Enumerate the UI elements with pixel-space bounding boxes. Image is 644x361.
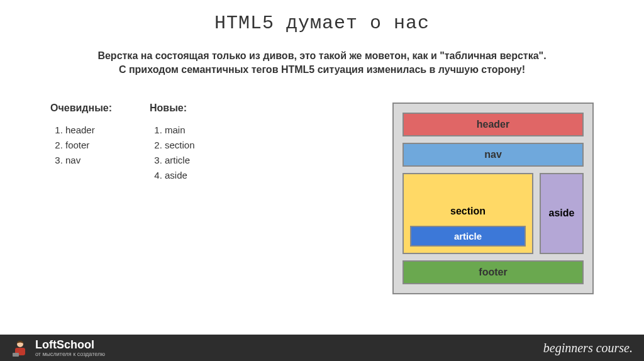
diagram-column: header nav section article aside footer: [392, 103, 594, 294]
diagram-footer-block: footer: [402, 260, 584, 284]
list-item: nav: [65, 153, 112, 168]
slide-content: HTML5 думает о нас Верстка на состоящая …: [0, 0, 644, 335]
diagram-aside-label: aside: [549, 208, 575, 219]
subtitle-line1: Верстка на состоящая только из дивов, эт…: [25, 49, 619, 63]
obvious-column: Очевидные: header footer nav: [50, 103, 112, 294]
diagram-nav-block: nav: [402, 143, 584, 167]
brand-name: LoftSchool: [35, 339, 105, 350]
list-item: footer: [65, 138, 112, 153]
layout-diagram: header nav section article aside footer: [392, 103, 594, 294]
diagram-section-block: section article: [402, 173, 533, 254]
diagram-article-block: article: [410, 226, 526, 247]
new-list: main section article aside: [150, 123, 195, 183]
diagram-middle-row: section article aside: [402, 173, 584, 254]
course-label: beginners course.: [543, 341, 633, 355]
subtitle: Верстка на состоящая только из дивов, эт…: [25, 49, 619, 77]
brand-block: LoftSchool от мыслителя к создателю: [35, 339, 105, 357]
footer-bar: LoftSchool от мыслителя к создателю begi…: [0, 335, 644, 361]
new-column: Новые: main section article aside: [150, 103, 195, 294]
avatar-icon: [11, 339, 29, 357]
list-item: section: [165, 138, 195, 153]
new-title: Новые:: [150, 103, 195, 114]
page-title: HTML5 думает о нас: [25, 13, 619, 34]
subtitle-line2: С приходом семантичных тегов HTML5 ситуа…: [25, 63, 619, 77]
list-item: main: [165, 123, 195, 138]
obvious-list: header footer nav: [50, 123, 112, 168]
content-row: Очевидные: header footer nav Новые: main…: [25, 103, 619, 294]
obvious-title: Очевидные:: [50, 103, 112, 114]
list-item: article: [165, 153, 195, 168]
list-item: header: [65, 123, 112, 138]
svg-rect-2: [13, 353, 19, 357]
brand-tagline: от мыслителя к создателю: [35, 352, 105, 357]
list-item: aside: [165, 168, 195, 183]
diagram-aside-block: aside: [540, 173, 584, 254]
diagram-header-block: header: [402, 113, 584, 136]
diagram-section-label: section: [410, 206, 526, 217]
